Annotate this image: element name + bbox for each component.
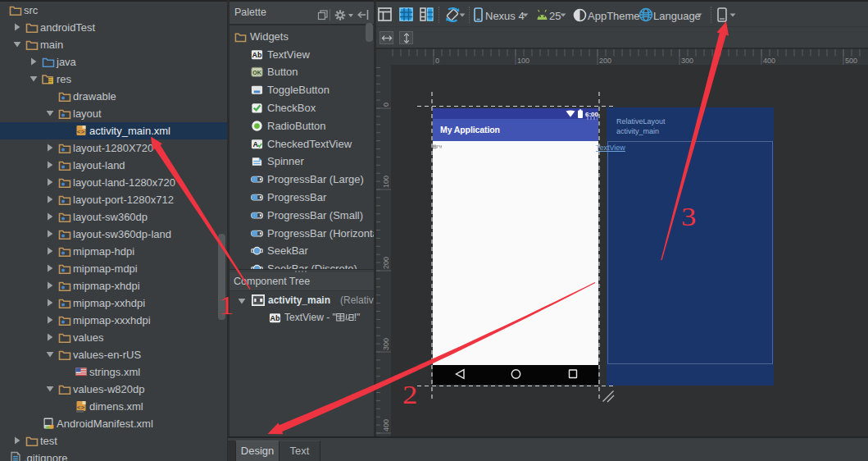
svg-text:100: 100 xyxy=(382,176,390,188)
svg-text:300: 300 xyxy=(382,338,390,350)
svg-text:0: 0 xyxy=(382,103,390,107)
svg-text:200: 200 xyxy=(382,257,390,269)
svg-text:400: 400 xyxy=(382,419,390,431)
